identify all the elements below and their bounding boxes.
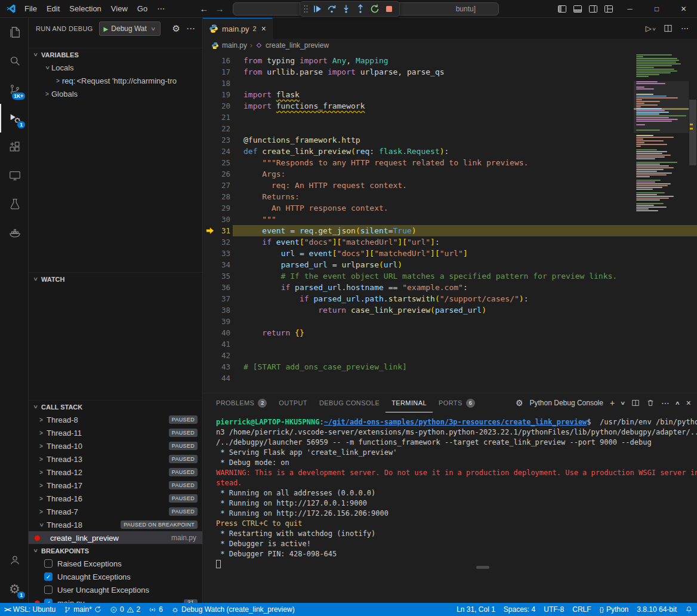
- code-line[interactable]: 32 if event["docs"]["matchedUrl"]["url"]…: [203, 236, 697, 248]
- panel-tab-output[interactable]: OUTPUT: [273, 393, 313, 412]
- breakpoint-checkbox[interactable]: [44, 559, 53, 568]
- variable-row[interactable]: >req: <Request 'http://charming-tro: [29, 74, 202, 87]
- indentation-status[interactable]: Spaces: 4: [499, 603, 539, 616]
- code-line[interactable]: 25 """Responds to any HTTP request relat…: [203, 157, 697, 168]
- debug-continue-button[interactable]: [311, 2, 324, 16]
- breadcrumb-symbol[interactable]: create_link_preview: [266, 41, 329, 50]
- language-status[interactable]: {} Python: [596, 603, 633, 616]
- callstack-thread-row[interactable]: >Thread-11PAUSED: [29, 426, 202, 439]
- debug-step-into-button[interactable]: [340, 2, 353, 16]
- callstack-thread-row[interactable]: >Thread-8PAUSED: [29, 413, 202, 426]
- code-line[interactable]: 42: [203, 350, 697, 361]
- maximize-panel-icon[interactable]: >: [674, 401, 681, 405]
- terminal-title[interactable]: Python Debug Console: [530, 399, 603, 407]
- cursor-position-status[interactable]: Ln 31, Col 1: [452, 603, 499, 616]
- maximize-window-icon[interactable]: □: [643, 0, 670, 18]
- code-line[interactable]: 40 return {}: [203, 327, 697, 338]
- terminal[interactable]: pierrick@LAPTOP-HKU5PNNG:~/git/add-ons-s…: [203, 412, 697, 603]
- code-line[interactable]: 29 An HTTP response context.: [203, 202, 697, 214]
- terminal-dropdown-icon[interactable]: >: [620, 401, 627, 405]
- code-line[interactable]: 27 req: An HTTP request context.: [203, 180, 697, 191]
- toggle-secondary-sidebar-icon[interactable]: [585, 0, 601, 18]
- activitybar-accounts-icon[interactable]: [0, 546, 28, 574]
- new-terminal-icon[interactable]: +: [610, 398, 615, 408]
- activitybar-remote-explorer-icon[interactable]: [0, 161, 28, 190]
- code-line[interactable]: 24def create_link_preview(req: flask.Req…: [203, 146, 697, 157]
- breakpoint-checkbox[interactable]: ✓: [44, 599, 53, 603]
- ports-status[interactable]: 6: [144, 603, 167, 616]
- menu-item-file[interactable]: File: [20, 0, 42, 18]
- activitybar-testing-icon[interactable]: [0, 190, 28, 218]
- breakpoints-section-header[interactable]: > BREAKPOINTS: [29, 544, 202, 557]
- panel-tab-ports[interactable]: PORTS6: [433, 393, 481, 412]
- breakpoint-checkbox[interactable]: ✓: [44, 572, 53, 581]
- drag-handle-icon[interactable]: [304, 5, 308, 13]
- activitybar-settings-icon[interactable]: ⚙ 1: [0, 574, 28, 603]
- editor-scrollbar[interactable]: [689, 52, 697, 393]
- notifications-bell[interactable]: [681, 603, 697, 616]
- code-line[interactable]: 44: [203, 372, 697, 384]
- activitybar-search-icon[interactable]: [0, 47, 28, 75]
- code-line[interactable]: 34 parsed_url = urlparse(url): [203, 259, 697, 270]
- code-line[interactable]: 26 Args:: [203, 168, 697, 180]
- activitybar-extensions-icon[interactable]: [0, 133, 28, 161]
- code-line[interactable]: 17from urllib.parse import urlparse, par…: [203, 66, 697, 78]
- code-line[interactable]: 28 Returns:: [203, 191, 697, 202]
- nav-back-icon[interactable]: ←: [197, 0, 211, 18]
- code-line[interactable]: 41: [203, 338, 697, 350]
- debug-stop-button[interactable]: [383, 2, 396, 16]
- git-branch-status[interactable]: main*: [60, 603, 106, 616]
- code-line[interactable]: 37 if parsed_url.path.startswith("/suppo…: [203, 293, 697, 304]
- code-editor[interactable]: 16from typing import Any, Mapping17from …: [203, 52, 697, 393]
- editor-more-actions-icon[interactable]: ⋯: [681, 24, 689, 33]
- code-line[interactable]: 31 event = req.get_json(silent=True): [203, 225, 697, 236]
- breakpoint-checkbox[interactable]: [44, 586, 53, 594]
- split-terminal-icon[interactable]: [631, 399, 640, 407]
- split-editor-icon[interactable]: [664, 24, 673, 33]
- menu-item-selection[interactable]: Selection: [64, 0, 106, 18]
- code-line[interactable]: 20import functions_framework: [203, 100, 697, 112]
- callstack-thread-row[interactable]: >Thread-16PAUSED: [29, 492, 202, 505]
- start-debugging-icon[interactable]: ▶: [104, 26, 109, 32]
- close-window-icon[interactable]: ✕: [670, 0, 697, 18]
- close-panel-icon[interactable]: ×: [686, 398, 691, 408]
- customize-layout-icon[interactable]: [601, 0, 616, 18]
- eol-status[interactable]: CRLF: [568, 603, 595, 616]
- remote-indicator[interactable]: >< WSL: Ubuntu: [0, 603, 60, 616]
- debug-session-status[interactable]: Debug Watch (create_link_preview): [167, 603, 299, 616]
- debug-config-dropdown[interactable]: ▶ Debug Wat >: [99, 21, 161, 36]
- callstack-thread-row[interactable]: >Thread-10PAUSED: [29, 439, 202, 452]
- callstack-thread-row[interactable]: >Thread-7PAUSED: [29, 505, 202, 518]
- terminal-scrollbar[interactable]: [476, 566, 489, 569]
- code-line[interactable]: 16from typing import Any, Mapping: [203, 55, 697, 66]
- panel-more-actions-icon[interactable]: ⋯: [661, 398, 670, 408]
- activitybar-run-and-debug-icon[interactable]: 1: [0, 104, 28, 133]
- run-python-file-button[interactable]: ▷>: [646, 24, 655, 33]
- scrollbar-thumb[interactable]: [689, 100, 696, 165]
- menu-item-more[interactable]: ⋯: [152, 0, 169, 18]
- activitybar-docker-icon[interactable]: [0, 218, 28, 247]
- debug-step-out-button[interactable]: [354, 2, 367, 16]
- menu-item-go[interactable]: Go: [132, 0, 152, 18]
- code-line[interactable]: 33 url = event["docs"]["matchedUrl"]["ur…: [203, 248, 697, 259]
- tab-main-py[interactable]: main.py 2 ×: [203, 18, 273, 39]
- callstack-thread-row[interactable]: >Thread-12PAUSED: [29, 466, 202, 479]
- debug-restart-button[interactable]: [368, 2, 381, 16]
- breakpoint-row[interactable]: ✓main.py31: [29, 596, 202, 603]
- code-line[interactable]: 18: [203, 78, 697, 89]
- kill-terminal-icon[interactable]: [646, 399, 655, 407]
- variables-section-header[interactable]: > VARIABLES: [29, 48, 202, 61]
- code-line[interactable]: 21: [203, 112, 697, 123]
- toggle-sidebar-icon[interactable]: [554, 0, 570, 18]
- minimize-window-icon[interactable]: ─: [616, 0, 643, 18]
- activitybar-explorer-icon[interactable]: [0, 18, 28, 47]
- callstack-thread-row[interactable]: >Thread-17PAUSED: [29, 479, 202, 492]
- launch-config-gear-icon[interactable]: ⚙: [172, 23, 180, 34]
- watch-section-header[interactable]: > WATCH: [29, 272, 202, 285]
- toggle-panel-icon[interactable]: [570, 0, 585, 18]
- code-line[interactable]: 36 if parsed_url.hostname == "example.co…: [203, 282, 697, 293]
- encoding-status[interactable]: UTF-8: [539, 603, 568, 616]
- debug-views-more-icon[interactable]: ⋯: [186, 23, 195, 34]
- debug-step-over-button[interactable]: [325, 2, 338, 16]
- breakpoint-row[interactable]: User Uncaught Exceptions: [29, 583, 202, 596]
